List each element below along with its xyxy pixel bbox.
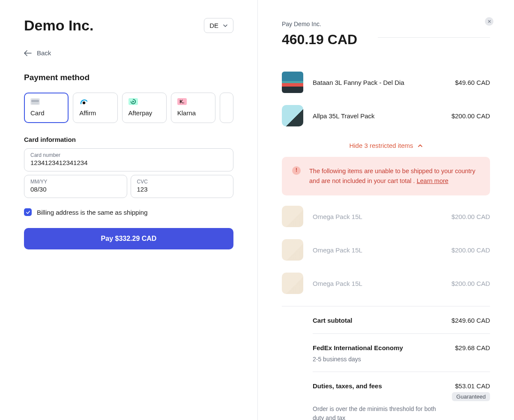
payment-option-label: Klarna (177, 109, 209, 117)
pay-merchant-label: Pay Demo Inc. (282, 21, 490, 27)
card-number-field[interactable]: Card number (24, 148, 233, 171)
card-icon (30, 98, 40, 105)
restricted-warning: ! The following items are unable to be s… (282, 157, 490, 195)
restricted-items: Omega Pack 15L $200.00 CAD Omega Pack 15… (282, 200, 490, 300)
payment-option-card[interactable]: Card (24, 93, 69, 123)
back-button[interactable]: Back (24, 49, 233, 57)
payment-option-klarna[interactable]: K. Klarna (171, 93, 215, 123)
locale-value: DE (209, 22, 218, 29)
product-thumbnail (282, 273, 303, 294)
arrow-left-icon (24, 50, 32, 56)
card-expiry-label: MM/YY (30, 179, 121, 185)
line-item: Omega Pack 15L $200.00 CAD (282, 267, 490, 300)
chevron-up-icon (418, 143, 423, 148)
product-price: $200.00 CAD (451, 213, 490, 220)
product-thumbnail (282, 72, 303, 93)
warning-icon: ! (292, 166, 301, 175)
checkbox-checked-icon (24, 208, 32, 216)
order-total: 460.19 CAD (282, 32, 357, 48)
payment-option-more[interactable] (220, 93, 233, 123)
warning-learn-more-link[interactable]: Learn more (417, 177, 448, 184)
afterpay-icon (128, 98, 138, 105)
warning-text: The following items are unable to be shi… (309, 168, 475, 184)
affirm-icon (79, 98, 89, 105)
product-thumbnail (282, 105, 303, 126)
product-price: $49.60 CAD (455, 79, 490, 86)
product-name: Allpa 35L Travel Pack (313, 112, 442, 120)
card-number-input[interactable] (30, 158, 227, 166)
card-cvc-input[interactable] (137, 185, 227, 193)
line-items: Bataan 3L Fanny Pack - Del Dia $49.60 CA… (282, 66, 490, 132)
chevron-down-icon (223, 23, 228, 28)
card-expiry-field[interactable]: MM/YY (24, 175, 127, 198)
shipping-sub: 2-5 business days (313, 353, 441, 372)
duties-value: $53.01 CAD (455, 382, 490, 390)
payment-option-afterpay[interactable]: Afterpay (122, 93, 167, 123)
product-thumbnail (282, 206, 303, 227)
product-price: $200.00 CAD (451, 280, 490, 287)
restricted-toggle-label: Hide 3 restricted items (349, 142, 413, 149)
billing-same-label: Billing address is the same as shipping (37, 209, 147, 216)
locale-select[interactable]: DE (204, 18, 233, 33)
svg-point-2 (83, 102, 85, 104)
order-summary-panel: ✕ Pay Demo Inc. 460.19 CAD Bataan 3L Fan… (258, 0, 514, 420)
payment-method-title: Payment method (24, 73, 233, 82)
payment-method-list: Card Affirm Afterpay K. Klarna (24, 93, 233, 123)
payment-option-label: Afterpay (128, 109, 160, 117)
payment-option-label: Card (30, 109, 62, 117)
shipping-label: FedEx International Economy (313, 344, 403, 351)
card-expiry-input[interactable] (30, 185, 121, 193)
summary-section: Cart subtotal $249.60 CAD FedEx Internat… (282, 306, 490, 420)
product-name: Omega Pack 15L (313, 213, 442, 220)
product-name: Omega Pack 15L (313, 280, 442, 287)
divider (378, 37, 490, 38)
pay-button[interactable]: Pay $332.29 CAD (24, 228, 233, 249)
shipping-value: $29.68 CAD (455, 344, 490, 351)
card-cvc-label: CVC (137, 179, 227, 185)
line-item: Allpa 35L Travel Pack $200.00 CAD (282, 99, 490, 132)
line-item: Bataan 3L Fanny Pack - Del Dia $49.60 CA… (282, 66, 490, 99)
card-number-label: Card number (30, 152, 227, 158)
klarna-icon: K. (177, 98, 187, 105)
product-price: $200.00 CAD (451, 112, 490, 120)
billing-same-row[interactable]: Billing address is the same as shipping (24, 208, 233, 216)
payment-panel: Demo Inc. DE Back Payment method Card (0, 0, 258, 420)
subtotal-label: Cart subtotal (313, 317, 353, 324)
merchant-name: Demo Inc. (24, 17, 93, 34)
product-thumbnail (282, 239, 303, 261)
close-button[interactable]: ✕ (485, 17, 493, 26)
product-price: $200.00 CAD (451, 246, 490, 254)
payment-option-affirm[interactable]: Affirm (73, 93, 117, 123)
duties-label: Duties, taxes, and fees (313, 382, 382, 390)
product-name: Omega Pack 15L (313, 246, 442, 254)
close-icon: ✕ (487, 19, 491, 24)
duties-sub: Order is over the de minimis threshold f… (313, 403, 441, 420)
line-item: Omega Pack 15L $200.00 CAD (282, 233, 490, 267)
back-label: Back (37, 49, 51, 57)
payment-option-label: Affirm (79, 109, 111, 117)
subtotal-value: $249.60 CAD (451, 317, 490, 324)
card-cvc-field[interactable]: CVC (131, 175, 234, 198)
guaranteed-badge: Guaranteed (452, 392, 490, 401)
product-name: Bataan 3L Fanny Pack - Del Dia (313, 79, 445, 86)
card-info-title: Card information (24, 136, 233, 143)
svg-rect-1 (31, 100, 39, 102)
restricted-toggle[interactable]: Hide 3 restricted items (282, 132, 490, 157)
line-item: Omega Pack 15L $200.00 CAD (282, 200, 490, 233)
